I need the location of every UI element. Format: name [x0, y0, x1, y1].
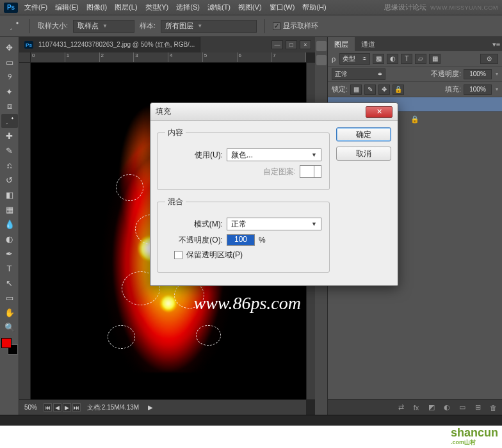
- tool-zoom[interactable]: 🔍: [1, 320, 18, 334]
- tool-shape[interactable]: ▭: [1, 291, 18, 305]
- tool-wand[interactable]: ✦: [1, 84, 18, 99]
- document-tab[interactable]: Ps 11074431_122403780263_2.jpg @ 50% (红色…: [19, 37, 200, 52]
- panel-tabs: 图层 通道 ▾≡: [328, 37, 502, 51]
- nav-prev-icon[interactable]: ◀: [53, 403, 61, 412]
- adjustment-icon[interactable]: ◐: [442, 403, 452, 412]
- group-icon[interactable]: ▭: [457, 403, 467, 412]
- menu-layer[interactable]: 图层(L): [115, 3, 137, 12]
- nav-last-icon[interactable]: ⏭: [72, 403, 81, 412]
- tool-eyedropper[interactable]: [1, 114, 18, 128]
- opacity-input[interactable]: 100: [227, 234, 255, 246]
- pattern-label: 自定图案:: [263, 166, 296, 177]
- menu-file[interactable]: 文件(F): [24, 3, 47, 12]
- fill-dialog: 填充 ✕ 内容 使用(U): 颜色...▼ 自定图案: 混合: [150, 102, 398, 286]
- tool-hand[interactable]: ✋: [1, 305, 18, 319]
- sample-size-dropdown[interactable]: 取样点▼: [73, 20, 134, 33]
- tab-channels[interactable]: 通道: [355, 37, 382, 51]
- blend-group: 混合 模式(M): 正常▼ 不透明度(O): 100 % 保留透明区域(P): [157, 196, 330, 273]
- tool-dodge[interactable]: ◐: [1, 232, 18, 246]
- lock-all-icon[interactable]: 🔒: [393, 84, 404, 95]
- chevron-down-icon: ▼: [197, 23, 202, 29]
- collapsed-panel-icon[interactable]: [316, 41, 327, 51]
- filter-adjust-icon[interactable]: ◐: [387, 54, 398, 64]
- tab-layers[interactable]: 图层: [328, 37, 355, 51]
- menu-image[interactable]: 图像(I): [86, 3, 107, 12]
- options-bar: 取样大小: 取样点▼ 样本: 所有图层▼ ✓显示取样环: [0, 15, 502, 37]
- preserve-checkbox[interactable]: [174, 251, 182, 259]
- tool-marquee[interactable]: ▭: [1, 55, 18, 69]
- mask-icon[interactable]: ◩: [426, 403, 437, 412]
- tool-eraser[interactable]: ◧: [1, 188, 18, 202]
- collapsed-panel-icon[interactable]: [316, 55, 327, 65]
- tool-healing[interactable]: ✚: [1, 129, 18, 143]
- opacity-unit: %: [259, 236, 266, 244]
- tool-type[interactable]: T: [1, 261, 18, 275]
- lock-pixels-icon[interactable]: ✎: [364, 84, 376, 95]
- foreground-color[interactable]: [1, 338, 12, 348]
- lock-transparent-icon[interactable]: ▦: [350, 84, 362, 95]
- color-swatches[interactable]: [1, 338, 18, 355]
- menu-filter[interactable]: 滤镜(T): [207, 3, 231, 12]
- opacity-value[interactable]: 100%: [464, 69, 492, 79]
- lock-row: 锁定: ▦ ✎ ✥ 🔒 填充: 100% ▾: [328, 82, 502, 97]
- tool-path[interactable]: ↖: [1, 276, 18, 290]
- sample-dropdown[interactable]: 所有图层▼: [161, 20, 257, 33]
- blend-mode-dropdown[interactable]: 正常≑: [332, 68, 385, 80]
- document-tab-title: 11074431_122403780263_2.jpg @ 50% (红色, R…: [38, 40, 195, 49]
- dialog-close-button[interactable]: ✕: [366, 106, 393, 118]
- panel-menu-icon[interactable]: ▾≡: [490, 37, 502, 51]
- link-icon[interactable]: ⇄: [396, 403, 406, 412]
- doc-info: 文档:2.15M/4.13M: [87, 403, 139, 412]
- preserve-label: 保留透明区域(P): [186, 250, 243, 260]
- tool-move[interactable]: ✥: [1, 40, 18, 54]
- fill-label: 填充:: [445, 84, 461, 94]
- new-layer-icon[interactable]: ⊞: [473, 403, 483, 412]
- filter-pixel-icon[interactable]: ▩: [373, 54, 384, 64]
- zoom-level[interactable]: 50%: [24, 404, 37, 411]
- filter-smart-icon[interactable]: ▦: [429, 54, 441, 64]
- filter-shape-icon[interactable]: ▱: [415, 54, 426, 64]
- use-dropdown[interactable]: 颜色...▼: [227, 148, 321, 161]
- mode-dropdown[interactable]: 正常▼: [227, 218, 321, 230]
- menu-type[interactable]: 类型(Y): [145, 3, 169, 12]
- tool-blur[interactable]: 💧: [1, 217, 18, 231]
- lock-position-icon[interactable]: ✥: [378, 84, 390, 95]
- photoshop-window: Ps 文件(F) 编辑(E) 图像(I) 图层(L) 类型(Y) 选择(S) 滤…: [0, 0, 502, 426]
- maximize-icon[interactable]: □: [286, 40, 297, 49]
- menu-view[interactable]: 视图(V): [238, 3, 262, 12]
- mode-label: 模式(M):: [165, 219, 223, 230]
- ruler-corner: [19, 52, 31, 63]
- tool-pen[interactable]: ✒: [1, 246, 18, 260]
- fx-icon[interactable]: fx: [411, 403, 421, 412]
- nav-first-icon[interactable]: ⏮: [44, 403, 52, 412]
- cancel-button[interactable]: 取消: [336, 147, 391, 161]
- trash-icon[interactable]: 🗑: [488, 403, 498, 412]
- info-chevron-icon[interactable]: ▶: [148, 404, 153, 411]
- show-ring-checkbox[interactable]: ✓显示取样环: [273, 21, 318, 31]
- ok-button[interactable]: 确定: [336, 127, 391, 141]
- nav-play-icon[interactable]: ▶: [63, 403, 71, 412]
- ruler-vertical: [19, 63, 31, 399]
- dialog-titlebar[interactable]: 填充 ✕: [150, 103, 398, 121]
- filter-type-icon[interactable]: T: [401, 54, 412, 64]
- tool-crop[interactable]: ⧈: [1, 99, 18, 113]
- close-icon[interactable]: ×: [300, 40, 311, 49]
- tool-gradient[interactable]: ▦: [1, 202, 18, 216]
- menu-select[interactable]: 选择(S): [176, 3, 200, 12]
- menu-window[interactable]: 窗口(W): [270, 3, 295, 12]
- tool-lasso[interactable]: ୨: [1, 70, 18, 84]
- tool-history-brush[interactable]: ↺: [1, 173, 18, 187]
- minimize-icon[interactable]: —: [271, 40, 283, 49]
- menu-help[interactable]: 帮助(H): [302, 3, 326, 12]
- sample-size-label: 取样大小:: [38, 21, 68, 31]
- chevron-down-icon: ▼: [311, 221, 317, 227]
- pattern-swatch: [300, 165, 321, 178]
- filter-type-dropdown[interactable]: 类型 ≑: [339, 53, 370, 65]
- tool-brush[interactable]: ✎: [1, 143, 18, 157]
- corner-watermark: shancun.com山村: [451, 426, 498, 445]
- tool-stamp[interactable]: ⎌: [1, 158, 18, 172]
- fill-value[interactable]: 100%: [464, 84, 492, 95]
- menu-edit[interactable]: 编辑(E): [55, 3, 79, 12]
- eyedropper-icon: [6, 19, 22, 34]
- filter-toggle[interactable]: ⊙: [480, 54, 498, 64]
